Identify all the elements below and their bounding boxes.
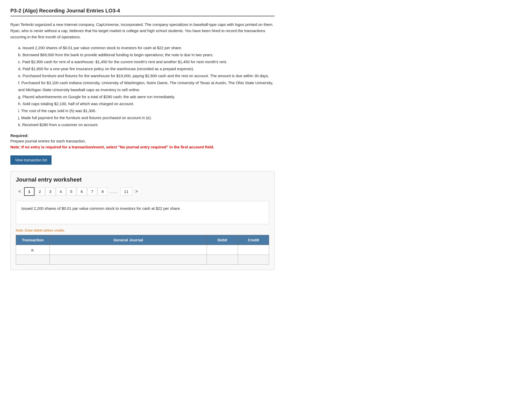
transaction-cell-1: a. <box>16 245 50 255</box>
list-item: a. Issued 2,200 shares of $0.01 par valu… <box>18 44 275 51</box>
worksheet-title: Journal entry worksheet <box>16 176 269 183</box>
required-note: Note: If no entry is required for a tran… <box>10 145 275 149</box>
page-5[interactable]: 5 <box>66 188 76 196</box>
journal-table: Transaction General Journal Debit Credit… <box>16 235 269 265</box>
general-journal-input-1[interactable] <box>52 248 205 252</box>
pagination-dots: ..... <box>108 188 120 195</box>
header-general-journal: General Journal <box>50 235 207 245</box>
note-text: Note: Enter debits before credits. <box>16 228 269 232</box>
general-journal-cell-1[interactable] <box>50 245 207 255</box>
pagination-prev[interactable]: < <box>16 187 24 196</box>
header-debit: Debit <box>207 235 238 245</box>
required-instruction: Prepare journal entries for each transac… <box>10 139 275 143</box>
transaction-description: Issued 2,200 shares of $0.01 par value c… <box>16 201 269 224</box>
list-item: f. Purchased for $3,100 cash Indiana Uni… <box>18 79 275 93</box>
debit-input-1[interactable] <box>209 248 236 252</box>
credit-input-2[interactable] <box>240 258 267 262</box>
page-1[interactable]: 1 <box>24 187 34 196</box>
page-4[interactable]: 4 <box>56 188 66 196</box>
page-3[interactable]: 3 <box>45 188 55 196</box>
page-6[interactable]: 6 <box>77 188 87 196</box>
table-row <box>16 255 269 265</box>
required-section: Required: Prepare journal entries for ea… <box>10 133 275 149</box>
page-8[interactable]: 8 <box>98 188 107 196</box>
list-item: g. Placed advertisements on Google for a… <box>18 93 275 100</box>
debit-input-2[interactable] <box>209 258 236 262</box>
credit-cell-1[interactable] <box>238 245 269 255</box>
page-title: P3-2 (Algo) Recording Journal Entries LO… <box>10 8 275 16</box>
list-item: j. Made full payment for the furniture a… <box>18 114 275 121</box>
credit-input-1[interactable] <box>240 248 267 252</box>
header-transaction: Transaction <box>16 235 50 245</box>
list-item: k. Received $280 from a customer on acco… <box>18 121 275 128</box>
page-7[interactable]: 7 <box>87 188 97 196</box>
transactions-list: a. Issued 2,200 shares of $0.01 par valu… <box>18 44 275 128</box>
pagination-next[interactable]: > <box>133 187 141 196</box>
pagination: < 1 2 3 4 5 6 7 8 ..... 11 > <box>16 187 269 196</box>
list-item: c. Paid $2,900 cash for rent of a wareho… <box>18 58 275 65</box>
debit-cell-2[interactable] <box>207 255 238 265</box>
list-item: b. Borrowed $69,000 from the bank to pro… <box>18 51 275 58</box>
credit-cell-2[interactable] <box>238 255 269 265</box>
list-item: d. Paid $1,800 for a one-year fire insur… <box>18 65 275 72</box>
transaction-cell-2 <box>16 255 50 265</box>
view-transaction-button[interactable]: View transaction list <box>10 155 52 165</box>
page-11[interactable]: 11 <box>120 188 132 196</box>
debit-cell-1[interactable] <box>207 245 238 255</box>
page-2[interactable]: 2 <box>35 188 45 196</box>
header-credit: Credit <box>238 235 269 245</box>
required-label: Required: <box>10 133 275 138</box>
list-item: h. Sold caps totaling $2,100, half of wh… <box>18 100 275 107</box>
intro-paragraph: Ryan Terlecki organized a new Internet c… <box>10 21 275 40</box>
list-item: i. The cost of the caps sold in (h) was … <box>18 107 275 114</box>
list-item: e. Purchased furniture and fixtures for … <box>18 72 275 79</box>
table-row: a. <box>16 245 269 255</box>
general-journal-input-2[interactable] <box>52 258 205 262</box>
worksheet-container: Journal entry worksheet < 1 2 3 4 5 6 7 … <box>10 171 275 270</box>
general-journal-cell-2[interactable] <box>50 255 207 265</box>
